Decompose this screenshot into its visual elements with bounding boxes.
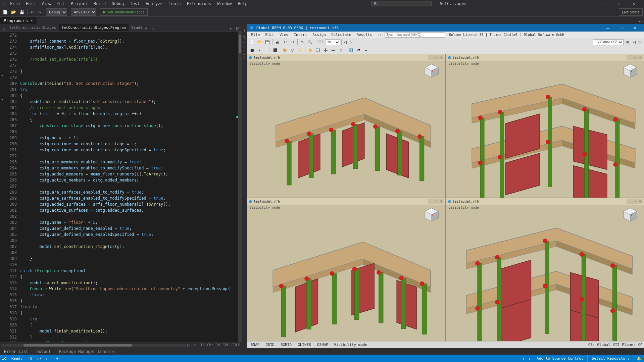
rfem-tl-max[interactable]: □ — [433, 55, 439, 60]
rfem-render-btn[interactable]: 🎨 — [281, 47, 289, 54]
solution-explorer-btn[interactable]: Solution Explorer — [243, 27, 246, 60]
run-btn[interactable]: ▶ SetConstructionStages — [100, 8, 148, 16]
rfem-open-btn[interactable]: 📂 — [256, 39, 263, 46]
toolbar-save-btn[interactable]: 💾 — [18, 8, 26, 16]
rfem-bl-max[interactable]: □ — [433, 199, 439, 204]
debug-config-dropdown[interactable]: Debug — [46, 8, 67, 16]
add-to-source-control-btn[interactable]: Add to Source Control — [533, 355, 588, 362]
rfem-surface-btn[interactable]: ⬜ — [264, 47, 271, 54]
rfem-calculate-menu[interactable]: Calculate — [329, 33, 354, 37]
rfem-axis-btn[interactable]: 🔢 — [347, 47, 354, 54]
rfem-br-max[interactable]: □ — [632, 199, 637, 204]
vs-file-menu[interactable]: File — [8, 1, 22, 6]
rfem-grid-btn[interactable]: GRID — [264, 342, 277, 347]
tab-set-construction[interactable]: SetConstructionStages — [7, 24, 59, 31]
rfem-wire-btn[interactable]: ⬡ — [289, 47, 296, 54]
rfem-dim-btn[interactable]: ↔ — [362, 47, 370, 54]
rfem-zoom-btn[interactable]: 🔍 — [306, 39, 314, 46]
rfem-view-menu[interactable]: View — [277, 33, 291, 37]
vs-git-menu[interactable]: Git — [55, 1, 67, 6]
rfem-restore-btn[interactable]: □ — [614, 24, 628, 32]
rfem-coord-dropdown[interactable]: 1 - Global XYZ — [593, 39, 624, 45]
vs-edit-menu[interactable]: Edit — [24, 1, 38, 6]
rfem-undo-btn[interactable]: ↩ — [281, 39, 289, 46]
bottom-tab-package-manager[interactable]: Package Manager Console — [55, 348, 119, 355]
status-down-arrow[interactable]: ↓ — [527, 356, 533, 361]
status-up-arrow[interactable]: ↑ — [520, 356, 527, 361]
platform-dropdown[interactable]: Any CPU — [71, 8, 96, 16]
scroll-left-btn[interactable]: ◁ — [1, 343, 4, 347]
rfem-zoom-in-btn[interactable]: ➕ — [322, 47, 329, 54]
rfem-fit-btn[interactable]: ⊡ — [337, 47, 345, 54]
toolbar-redo-btn[interactable]: ↪ — [36, 8, 42, 16]
vs-help-menu[interactable]: Help — [236, 1, 249, 6]
rfem-line-btn[interactable]: / — [256, 47, 263, 54]
rfem-file-menu[interactable]: File — [248, 33, 263, 37]
rfem-select-btn[interactable]: ↖ — [299, 39, 306, 46]
rfem-tr-min[interactable]: — — [627, 55, 632, 60]
live-share-btn[interactable]: Live Share — [619, 8, 643, 16]
rfem-osnap-btn[interactable]: OSNAP — [315, 342, 330, 347]
tab-binding[interactable]: Binding — [129, 24, 149, 31]
vs-maximize-btn[interactable]: □ — [610, 0, 626, 7]
vs-view-menu[interactable]: View — [40, 1, 53, 6]
rfem-search-input[interactable] — [385, 32, 445, 38]
rfem-view-all-btn[interactable]: ⊞ — [624, 39, 631, 46]
rfem-node-btn[interactable]: ⬤ — [248, 47, 256, 54]
toolbar-new-btn[interactable]: 📄 — [1, 8, 9, 16]
code-display[interactable]: srfs[i].comment = floor_max.ToString(); … — [19, 32, 236, 342]
split-left-btn[interactable]: ◁ — [0, 27, 7, 31]
rfem-prev-view-btn[interactable]: ◁ — [632, 39, 637, 46]
rfem-tr-close[interactable]: ✕ — [637, 55, 643, 60]
rfem-next-view-btn[interactable]: ▷ — [637, 39, 643, 46]
status-config-icon[interactable]: ⚙ — [54, 356, 61, 361]
vs-project-menu[interactable]: Project — [68, 1, 90, 6]
toolbar-open-btn[interactable]: 📂 — [10, 8, 17, 16]
rfem-cs-dropdown[interactable]: flo... — [325, 39, 340, 45]
rfem-save-btn[interactable]: 💾 — [264, 39, 271, 46]
bottom-tab-error-list[interactable]: Error List — [0, 348, 32, 355]
vs-tools-menu[interactable]: Tools — [167, 1, 183, 6]
status-notification-icon[interactable]: 🔔 — [634, 356, 644, 361]
rfem-print-btn[interactable]: 🖨 — [274, 39, 281, 46]
editor-options-btn[interactable]: ⋯ — [635, 19, 644, 24]
rfem-zoom-out-btn[interactable]: ➖ — [330, 47, 337, 54]
rfem-insert-menu[interactable]: Insert — [291, 33, 310, 37]
bottom-tab-output[interactable]: Output — [32, 348, 55, 355]
vs-build-menu[interactable]: Build — [92, 1, 108, 6]
rfem-tl-close[interactable]: ✕ — [439, 55, 444, 60]
warning-count[interactable]: ⚠ 7 — [34, 356, 43, 361]
scroll-right-btn[interactable]: ▷ — [187, 343, 190, 347]
vs-test-menu[interactable]: Test — [128, 1, 142, 6]
rfem-edit-menu[interactable]: Edit — [263, 33, 277, 37]
add-tab-btn[interactable]: + — [227, 26, 234, 31]
rfem-assign-menu[interactable]: Assign — [310, 33, 329, 37]
vs-debug-menu[interactable]: Debug — [110, 1, 126, 6]
rfem-results-menu[interactable]: Results — [354, 33, 375, 37]
rfem-bl-min[interactable]: — — [428, 199, 433, 204]
vs-close-btn[interactable]: ✕ — [626, 0, 641, 7]
rfem-tr-max[interactable]: □ — [632, 55, 637, 60]
rfem-bl-close[interactable]: ✕ — [439, 199, 444, 204]
rfem-nav-prev[interactable]: ◁ — [343, 39, 348, 46]
toolbar-undo-btn[interactable]: ↩ — [30, 8, 36, 16]
maximize-editor-btn[interactable]: ⊞ — [234, 26, 242, 31]
rfem-redo-btn[interactable]: ↪ — [289, 39, 296, 46]
rfem-minimize-btn[interactable]: — — [601, 24, 614, 32]
rfem-br-min[interactable]: — — [627, 199, 632, 204]
tab-close-icon[interactable]: ✕ — [30, 19, 33, 22]
rfem-solid-btn[interactable]: ⬛ — [271, 47, 279, 54]
rfem-glines-btn[interactable]: GLINES — [296, 342, 313, 347]
rfem-br-close[interactable]: ✕ — [637, 199, 643, 204]
vs-analyze-menu[interactable]: Analyze — [144, 1, 165, 6]
vs-minimize-btn[interactable]: — — [595, 0, 610, 7]
rfem-pan-btn[interactable]: ✋ — [306, 47, 314, 54]
error-count[interactable]: ✕ 0 — [25, 356, 34, 361]
split-right-btn[interactable]: ▷ — [150, 27, 156, 31]
scroll-thumb-h[interactable] — [23, 344, 132, 347]
vs-extensions-menu[interactable]: Extensions — [185, 1, 213, 6]
tab-program-cs[interactable]: Program.cs ✕ — [0, 17, 37, 24]
rfem-snap-btn[interactable]: SNAP — [249, 342, 261, 347]
rfem-new-btn[interactable]: 📄 — [248, 39, 256, 46]
rfem-tl-min[interactable]: — — [428, 55, 433, 60]
